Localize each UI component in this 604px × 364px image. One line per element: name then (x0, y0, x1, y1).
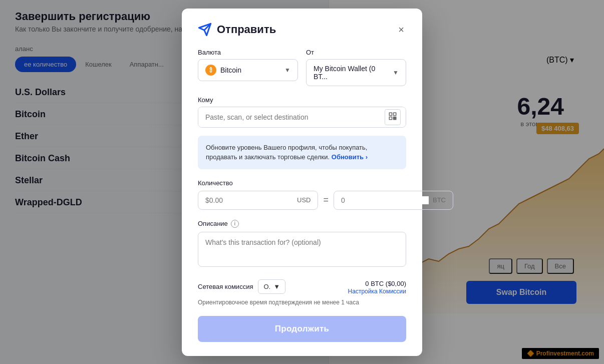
btc-icon: ₿ (205, 65, 216, 76)
quantity-section: Количество USD = BTC (198, 179, 406, 210)
confirmation-text: Ориентировочное время подтверждения не м… (198, 299, 406, 306)
currency-label: Валюта (198, 49, 298, 56)
fee-amount: 0 BTC ($0,00) (365, 280, 406, 287)
from-chevron-icon: ▼ (393, 69, 399, 76)
desc-label: Описание (198, 220, 228, 227)
fee-label: Сетевая комиссия (198, 283, 253, 290)
send-modal: Отправить × Валюта ₿ Bitcoin ▼ От My Bit… (182, 9, 422, 356)
quantity-label: Количество (198, 179, 406, 187)
qr-scan-button[interactable] (385, 109, 401, 125)
currency-select-text: Bitcoin (220, 66, 280, 74)
usd-amount-input[interactable] (205, 196, 293, 204)
recipient-group: Кому (198, 96, 406, 128)
recipient-label: Кому (198, 96, 406, 104)
svg-rect-5 (394, 117, 395, 118)
fee-option-text: О. (263, 283, 270, 290)
svg-rect-8 (395, 118, 396, 119)
svg-rect-2 (389, 113, 392, 115)
usd-currency-label: USD (297, 196, 311, 204)
desc-textarea[interactable] (198, 232, 406, 267)
svg-rect-3 (394, 113, 396, 115)
fee-right: 0 BTC ($0,00) Настройка Комиссии (348, 279, 406, 295)
from-select[interactable]: My Bitcoin Wallet (0 BT... ▼ (306, 59, 406, 86)
fee-left: Сетевая комиссия О. ▼ (198, 279, 285, 294)
description-section: Описание i (198, 220, 406, 279)
modal-continue-button[interactable]: Продолжить (198, 316, 406, 342)
info-banner: Обновите уровень Вашего профиля, чтобы п… (198, 136, 406, 169)
currency-select[interactable]: ₿ Bitcoin ▼ (198, 59, 298, 81)
fee-row: Сетевая комиссия О. ▼ 0 BTC ($0,00) Наст… (198, 279, 406, 295)
from-label: От (306, 49, 406, 56)
modal-header: Отправить × (198, 23, 406, 37)
fee-settings-link[interactable]: Настройка Комиссии (348, 288, 406, 295)
svg-rect-4 (389, 117, 392, 119)
modal-title: Отправить (217, 23, 276, 36)
fee-select[interactable]: О. ▼ (258, 279, 285, 294)
recipient-input-wrapper (198, 107, 406, 128)
modal-overlay: Отправить × Валюта ₿ Bitcoin ▼ От My Bit… (0, 0, 604, 364)
currency-group: Валюта ₿ Bitcoin ▼ (198, 49, 298, 86)
from-group: От My Bitcoin Wallet (0 BT... ▼ (306, 49, 406, 86)
fee-chevron-icon: ▼ (273, 283, 280, 290)
svg-rect-7 (394, 118, 395, 119)
currency-chevron-icon: ▼ (284, 67, 290, 74)
btc-currency-label: BTC (433, 196, 446, 204)
qr-icon (388, 112, 397, 121)
btc-amount-wrapper: BTC (334, 191, 453, 210)
btc-amount-input[interactable] (341, 196, 429, 204)
from-select-text: My Bitcoin Wallet (0 BT... (314, 65, 389, 81)
recipient-input[interactable] (198, 107, 406, 127)
desc-label-row: Описание i (198, 220, 406, 228)
desc-info-icon: i (231, 220, 239, 228)
currency-from-row: Валюта ₿ Bitcoin ▼ От My Bitcoin Wallet … (198, 49, 406, 86)
quantity-row: USD = BTC (198, 191, 406, 210)
equals-sign: = (323, 195, 329, 205)
svg-rect-6 (395, 117, 396, 118)
modal-title-row: Отправить (198, 23, 276, 37)
send-icon (198, 23, 212, 37)
info-banner-link[interactable]: Обновить › (332, 153, 368, 161)
modal-close-button[interactable]: × (396, 23, 406, 37)
usd-amount-wrapper: USD (198, 191, 318, 210)
